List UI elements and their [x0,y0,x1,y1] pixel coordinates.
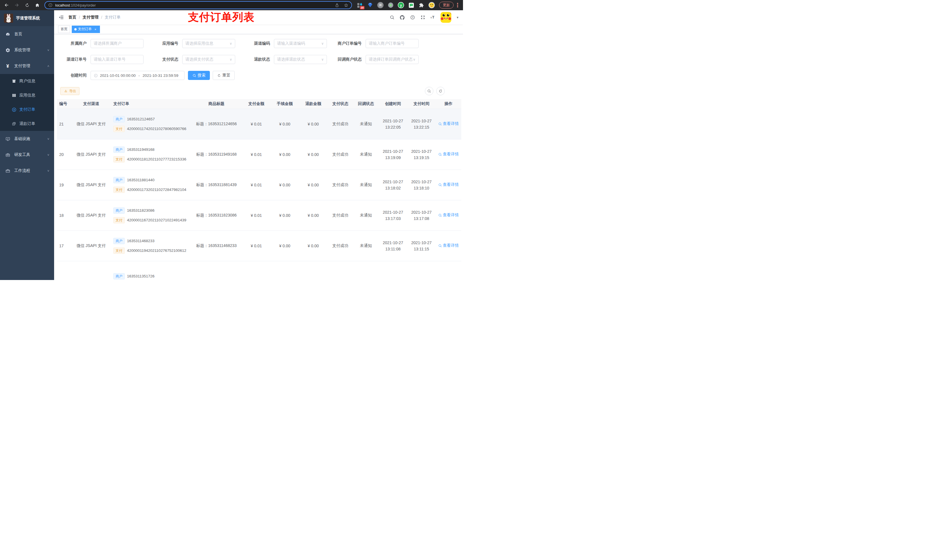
browser-menu-icon[interactable] [456,2,459,9]
sidebar-item-infrastructure[interactable]: 基础设施 ∨ [0,131,54,147]
toolbox-icon [5,152,10,157]
refresh-table-button[interactable] [436,87,445,95]
browser-home-icon[interactable] [34,2,41,8]
table-row[interactable]: 商户 1635311351726 [57,261,461,280]
pay-channel: 微信 JSAPI 支付 [77,243,106,248]
order-id: 18 [59,213,64,218]
pay-status: 支付成功 [332,213,348,217]
tab[interactable]: 支付订单 × [72,26,100,33]
puzzle-extensions-icon[interactable] [418,2,425,9]
fullscreen-icon[interactable] [420,15,425,20]
gem-extension-icon[interactable] [367,2,374,9]
bookmark-star-icon[interactable] [343,3,348,8]
app-logo[interactable]: 芋道管理系统 [0,10,54,26]
channel-order-no: 4200001174202110278060590766 [127,126,186,132]
sidebar-item-workflow[interactable]: 工作流程 ∨ [0,163,54,179]
browser-reload-icon[interactable] [24,2,30,8]
search-icon[interactable] [389,15,395,20]
sidebar-item-app-info[interactable]: 应用信息 [0,88,54,103]
select-field[interactable]: 请选择支付状态 ∨ [182,55,235,64]
site-info-icon[interactable] [48,3,53,8]
sidebar-item-payment[interactable]: ¥ 支付管理 ∧ [0,58,54,74]
search-icon [192,73,196,77]
pay-amount: ¥ 0.01 [251,122,262,126]
column-header: 创建时间 [379,99,407,109]
column-header: 退款金额 [299,99,327,109]
monitor-icon [5,136,10,142]
view-detail-link[interactable]: 查看详情 [438,182,459,187]
select-field[interactable]: 请选择退款状态 ∨ [274,55,327,64]
record-extension-icon[interactable] [387,2,394,9]
view-detail-link[interactable]: 查看详情 [438,213,459,218]
input-field[interactable]: 请输入商户订单编号 ∨ [366,39,419,48]
toggle-search-button[interactable] [425,87,433,95]
font-size-icon[interactable]: TT [430,15,436,20]
export-button[interactable]: 导出 [61,87,79,95]
fee-amount: ¥ 0.00 [279,122,291,126]
sidebar-item-home[interactable]: 首页 [0,26,54,42]
tab[interactable]: 首页 × [58,26,70,33]
command-extension-icon[interactable]: ⌘ [377,2,384,9]
input-field[interactable]: 请输入渠道订单号 ∨ [91,55,144,64]
table-row[interactable]: 18 微信 JSAPI 支付 商户 1635311823086 支付 42000… [57,200,461,231]
view-detail-link[interactable]: 查看详情 [438,152,459,157]
svg-text:¥: ¥ [14,108,15,111]
sidebar-item-system[interactable]: 系统管理 ∨ [0,42,54,58]
letter-y-extension-icon[interactable]: y [398,2,404,9]
table-row[interactable]: 19 微信 JSAPI 支付 商户 1635311881440 支付 42000… [57,170,461,200]
table-row[interactable]: 21 微信 JSAPI 支付 商户 1635312124657 支付 42000… [57,109,461,139]
view-detail-link[interactable]: 查看详情 [438,243,459,248]
magnifier-icon [438,122,442,126]
refund-amount: ¥ 0.00 [308,183,319,187]
browser-back-icon[interactable] [3,2,10,8]
refund-amount: ¥ 0.00 [308,152,319,157]
reset-button[interactable]: 重置 [213,71,235,80]
breadcrumb-item[interactable]: 首页 [68,15,76,20]
sidebar-item-merchant-info[interactable]: 商户信息 [0,74,54,88]
order-id: 19 [59,183,64,187]
caret-down-icon[interactable]: ▼ [456,16,459,19]
share-icon[interactable] [334,3,339,8]
tags-view-bar: 首页 × 支付订单 × [54,24,463,34]
merchant-order-line: 商户 1635311351726 [113,273,189,279]
url-bar[interactable]: localhost:1024/pay/order [44,1,352,9]
help-icon[interactable]: ? [410,15,415,20]
pay-tag: 支付 [113,217,125,223]
yen-icon: ¥ [5,63,10,69]
table-row[interactable]: 20 微信 JSAPI 支付 商户 1635311949168 支付 42000… [57,139,461,170]
date-end: 2021-10-31 23:59:59 [143,73,178,78]
input-field[interactable]: 请选择所属商户 ∨ [91,39,144,48]
browser-forward-icon[interactable] [14,2,20,8]
select-field[interactable]: 请选择订单回调商户状态 ∨ [366,55,419,64]
emoji-extension-icon[interactable] [428,2,435,9]
merchant-order-no: 1635311468233 [127,238,154,244]
github-icon[interactable] [399,15,405,20]
top-navbar: 首页/支付管理/支付订单 支付订单列表 ? TT [54,10,463,24]
user-avatar[interactable] [440,12,451,23]
select-field[interactable]: 请输入渠道编码 ∨ [274,39,327,48]
chevron-down-icon: ∨ [47,48,50,51]
notify-status: 未通知 [360,183,372,187]
sidebar-item-pay-order[interactable]: ¥ 支付订单 [0,103,54,117]
filter-field: 渠道订单号 请输入渠道订单号 ∨ [59,55,151,64]
chat-extension-icon[interactable] [408,2,415,9]
browser-update-button[interactable]: 更新 [439,2,454,9]
view-detail-link[interactable]: 查看详情 [438,121,459,126]
goods-title: 标题：1635311949168 [196,152,237,157]
clock-icon [94,73,98,78]
select-field[interactable]: 请选择应用信息 ∨ [182,39,235,48]
create-time-range-picker[interactable]: 2021-10-01 00:00:00 - 2021-10-31 23:59:5… [91,71,185,80]
create-time-label: 创建时间 [59,73,91,78]
search-button[interactable]: 搜索 [188,71,210,80]
sidebar-item-refund-order[interactable]: 退款订单 [0,117,54,131]
close-icon[interactable]: × [94,27,97,31]
column-header: 手续金额 [271,99,299,109]
squares-diamond-extension-icon[interactable]: 10 [357,2,363,9]
table-row[interactable]: 17 微信 JSAPI 支付 商户 1635311468233 支付 42000… [57,231,461,261]
chevron-down-icon: ∨ [321,57,324,62]
column-header: 商品标题 [191,99,242,109]
breadcrumb-item[interactable]: 支付管理 [83,15,98,20]
sidebar-fold-icon[interactable] [58,14,64,21]
refund-amount: ¥ 0.00 [308,213,319,218]
sidebar-item-dev-tools[interactable]: 研发工具 ∨ [0,147,54,163]
